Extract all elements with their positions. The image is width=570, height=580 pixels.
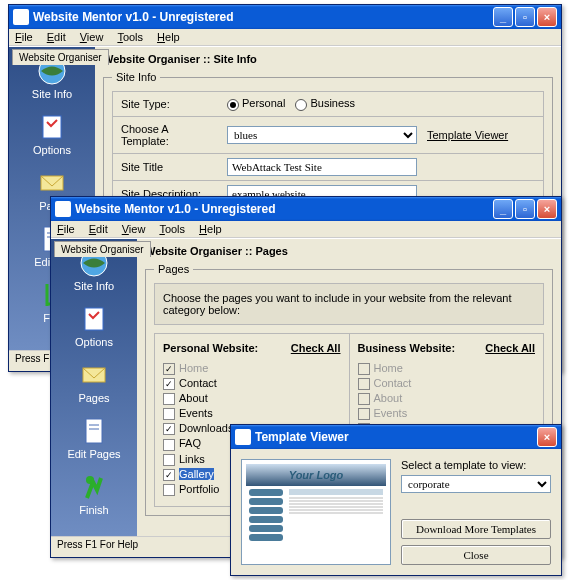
menu-edit[interactable]: Edit [47, 31, 66, 43]
sidebar: Site Info Options Pages Edit Pages Finis… [51, 239, 137, 536]
group-legend: Pages [154, 263, 193, 275]
sidebar-item-pages[interactable]: Pages [58, 357, 130, 407]
sidebar-label: Finish [79, 504, 108, 516]
checkbox-icon[interactable] [163, 439, 175, 451]
list-item: Contact [358, 377, 536, 390]
menubar: File Edit View Tools Help [9, 29, 561, 46]
checkbox-icon[interactable] [163, 393, 175, 405]
list-item[interactable]: Home [163, 362, 341, 375]
item-label: Home [179, 362, 208, 374]
menu-tools[interactable]: Tools [159, 223, 185, 235]
maximize-button[interactable]: ▫ [515, 199, 535, 219]
menu-help[interactable]: Help [199, 223, 222, 235]
sidebar-label: Pages [78, 392, 109, 404]
title-text: Template Viewer [255, 430, 349, 444]
checkbox-icon[interactable] [163, 423, 175, 435]
item-label: FAQ [179, 437, 201, 449]
item-label: Downloads [179, 422, 233, 434]
sidebar-label: Site Info [74, 280, 114, 292]
template-viewer-link[interactable]: Template Viewer [427, 129, 508, 141]
item-label: Links [179, 453, 205, 465]
sidebar-tab[interactable]: Website Organiser [12, 49, 109, 65]
checkall-link[interactable]: Check All [485, 342, 535, 354]
app-icon [13, 9, 29, 25]
titlebar[interactable]: Website Mentor v1.0 - Unregistered _ ▫ × [9, 5, 561, 29]
menu-edit[interactable]: Edit [89, 223, 108, 235]
label-template: Choose A Template: [113, 117, 221, 153]
menu-file[interactable]: File [57, 223, 75, 235]
list-item[interactable]: About [163, 392, 341, 405]
checkbox-icon[interactable] [163, 484, 175, 496]
sidebar-item-editpages[interactable]: Edit Pages [58, 413, 130, 463]
options-icon [79, 304, 109, 334]
finish-icon [79, 472, 109, 502]
business-head: Business Website: [358, 342, 456, 354]
titlebar[interactable]: Website Mentor v1.0 - Unregistered _ ▫ × [51, 197, 561, 221]
close-button[interactable]: × [537, 427, 557, 447]
sidebar-item-options[interactable]: Options [16, 109, 88, 159]
checkbox-icon[interactable] [163, 408, 175, 420]
envelope-icon [37, 168, 67, 198]
menu-view[interactable]: View [122, 223, 146, 235]
checkbox-icon[interactable] [163, 454, 175, 466]
item-label: Gallery [179, 468, 214, 480]
item-label: Events [179, 407, 213, 419]
maximize-button[interactable]: ▫ [515, 7, 535, 27]
app-icon [55, 201, 71, 217]
checkbox-icon[interactable] [163, 378, 175, 390]
sidebar-tab[interactable]: Website Organiser [54, 241, 151, 257]
close-button[interactable]: × [537, 199, 557, 219]
titlebar[interactable]: Template Viewer × [231, 425, 561, 449]
title-text: Website Mentor v1.0 - Unregistered [75, 202, 276, 216]
template-select[interactable]: corporate [401, 475, 551, 493]
sidebar-label: Site Info [32, 88, 72, 100]
close-button[interactable]: × [537, 7, 557, 27]
item-label: Events [374, 407, 408, 419]
radio-personal[interactable]: Personal [227, 97, 285, 110]
preview-logo: Your Logo [246, 464, 386, 486]
sidebar-label: Options [75, 336, 113, 348]
list-item[interactable]: Contact [163, 377, 341, 390]
sidebar-item-options[interactable]: Options [58, 301, 130, 351]
close-button[interactable]: Close [401, 545, 551, 565]
document-icon [79, 416, 109, 446]
radio-icon [295, 99, 307, 111]
page-heading: Website Organiser :: Site Info [103, 53, 553, 65]
checkall-link[interactable]: Check All [291, 342, 341, 354]
list-item[interactable]: Events [163, 407, 341, 420]
label-sitetype: Site Type: [113, 92, 221, 116]
menu-view[interactable]: View [80, 31, 104, 43]
svg-rect-1 [43, 116, 61, 138]
item-label: Portfolio [179, 483, 219, 495]
site-title-input[interactable] [227, 158, 417, 176]
svg-point-12 [86, 476, 94, 484]
personal-head: Personal Website: [163, 342, 258, 354]
item-label: Contact [374, 377, 412, 389]
checkbox-icon [358, 363, 370, 375]
checkbox-icon[interactable] [163, 363, 175, 375]
envelope-icon [79, 360, 109, 390]
list-item: Home [358, 362, 536, 375]
item-label: About [179, 392, 208, 404]
sidebar-item-finish[interactable]: Finish [58, 469, 130, 519]
minimize-button[interactable]: _ [493, 7, 513, 27]
title-text: Website Mentor v1.0 - Unregistered [33, 10, 234, 24]
radio-business[interactable]: Business [295, 97, 355, 110]
app-icon [235, 429, 251, 445]
template-select[interactable]: blues [227, 126, 417, 144]
download-templates-button[interactable]: Download More Templates [401, 519, 551, 539]
sidebar-label: Options [33, 144, 71, 156]
minimize-button[interactable]: _ [493, 199, 513, 219]
window-template-viewer: Template Viewer × Your Logo Select a tem… [230, 424, 562, 576]
label-sitetitle: Site Title [113, 155, 221, 179]
menubar: File Edit View Tools Help [51, 221, 561, 238]
item-label: About [374, 392, 403, 404]
checkbox-icon[interactable] [163, 469, 175, 481]
menu-file[interactable]: File [15, 31, 33, 43]
menu-help[interactable]: Help [157, 31, 180, 43]
sidebar-label: Edit Pages [67, 448, 120, 460]
select-label: Select a template to view: [401, 459, 551, 471]
checkbox-icon [358, 408, 370, 420]
checkbox-icon [358, 393, 370, 405]
menu-tools[interactable]: Tools [117, 31, 143, 43]
